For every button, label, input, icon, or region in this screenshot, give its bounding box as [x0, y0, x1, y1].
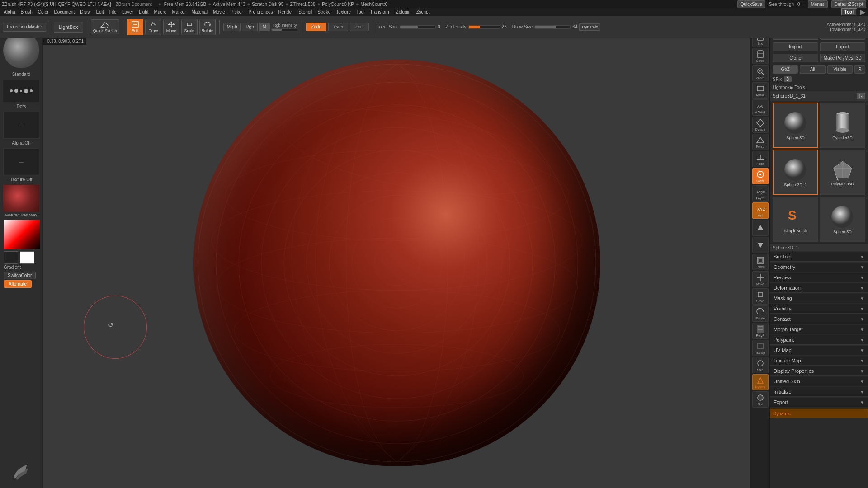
- alpha-preview[interactable]: —: [3, 112, 39, 139]
- persp-icon[interactable]: Persp: [752, 134, 769, 150]
- menu-item-stroke[interactable]: Stroke: [315, 9, 333, 15]
- sphere3d-thumb[interactable]: Sphere3D: [773, 103, 818, 148]
- color-swatch-white[interactable]: [20, 251, 34, 264]
- material-preview[interactable]: [3, 185, 39, 212]
- quicksave-button[interactable]: QuickSave: [737, 0, 765, 8]
- menu-item-preferences[interactable]: Preferences: [246, 9, 276, 15]
- floor-icon[interactable]: Floor: [752, 151, 769, 167]
- menu-item-alpha[interactable]: Alpha: [1, 9, 18, 15]
- move-button[interactable]: Move: [163, 19, 179, 35]
- transp-icon[interactable]: Transp: [752, 340, 769, 356]
- menu-item-macro[interactable]: Macro: [151, 9, 170, 15]
- contact-header[interactable]: Contact ▼: [770, 314, 868, 324]
- zadd-button[interactable]: Zadd: [306, 23, 326, 31]
- dynamic-strip-icon[interactable]: Dynam: [752, 117, 769, 133]
- r-button-goz[interactable]: R: [854, 65, 865, 74]
- menus-button[interactable]: Menus: [808, 0, 828, 8]
- menu-item-draw[interactable]: Draw: [77, 9, 93, 15]
- z-intensity-slider[interactable]: [468, 25, 500, 29]
- m-button[interactable]: M: [259, 23, 270, 31]
- focal-shift-slider[interactable]: [400, 25, 436, 29]
- scale-button[interactable]: Scale: [181, 19, 198, 35]
- goz-button[interactable]: GoZ: [773, 65, 798, 74]
- quick-sketch-button[interactable]: Quick Sketch: [91, 19, 119, 35]
- unified-skin-header[interactable]: Unified Skin ▼: [770, 377, 868, 386]
- menu-item-zscript[interactable]: Zscript: [413, 9, 432, 15]
- canvas-area[interactable]: -0.33, 0.903, 0.271: [43, 38, 750, 488]
- menu-item-brush[interactable]: Brush: [18, 9, 35, 15]
- all-button[interactable]: All: [800, 65, 825, 74]
- visibility-header[interactable]: Visibility ▼: [770, 304, 868, 314]
- cylinder3d-thumb[interactable]: Cylinder3D: [820, 103, 865, 148]
- scale-strip-icon[interactable]: Scale: [752, 288, 769, 305]
- make-polymesh-button[interactable]: Make PolyMesh3D: [820, 54, 866, 62]
- clone-button[interactable]: Clone: [773, 54, 818, 62]
- subtool-header[interactable]: SubTool ▼: [770, 252, 868, 262]
- rgb-intensity-slider[interactable]: [271, 28, 298, 31]
- menu-item-transform[interactable]: Transform: [367, 9, 393, 15]
- polypaint-header[interactable]: Polypaint ▼: [770, 335, 868, 345]
- morph-target-header[interactable]: Morph Target ▼: [770, 325, 868, 334]
- dynamic2-icon[interactable]: Dynam: [752, 374, 769, 390]
- linefill-icon[interactable]: PolyF: [752, 323, 769, 339]
- menu-item-file[interactable]: File: [107, 9, 119, 15]
- simplebrush-thumb[interactable]: S SimpleBrush: [773, 197, 818, 242]
- spix-value[interactable]: 3: [784, 76, 792, 82]
- menu-item-light[interactable]: Light: [136, 9, 151, 15]
- menu-item-document[interactable]: Document: [52, 9, 78, 15]
- menu-item-layer[interactable]: Layer: [119, 9, 136, 15]
- lightbox-tools-row[interactable]: Lightbox▶ Tools: [770, 84, 868, 91]
- projection-master-button[interactable]: Projection Master: [3, 23, 46, 32]
- solo-icon[interactable]: Solo: [752, 357, 769, 373]
- geometry-header[interactable]: Geometry ▼: [770, 263, 868, 272]
- tool-r-button[interactable]: R: [857, 93, 865, 99]
- color-gradient[interactable]: [4, 220, 40, 249]
- sphere3d-2-thumb[interactable]: Sphere3D: [820, 197, 865, 242]
- menu-item-color[interactable]: Color: [35, 9, 52, 15]
- icon-up-arrow[interactable]: [752, 220, 769, 236]
- initialize-header[interactable]: Initialize ▼: [770, 387, 868, 397]
- rotate-strip-icon[interactable]: Rotate: [752, 305, 769, 322]
- menu-item-movie[interactable]: Movie: [210, 9, 228, 15]
- zcut-button[interactable]: Zcut: [350, 23, 368, 31]
- xyz-icon[interactable]: XYZ Xyz: [752, 202, 769, 219]
- move-strip-icon[interactable]: Move: [752, 271, 769, 287]
- rgb-button[interactable]: Rgb: [242, 23, 257, 31]
- menu-item-marker[interactable]: Marker: [169, 9, 189, 15]
- aahalf-icon[interactable]: AA AAHalf: [752, 99, 769, 116]
- polymesh3d-thumb[interactable]: ★ PolyMesh3D: [820, 150, 865, 195]
- zsub-button[interactable]: Zsub: [328, 23, 348, 31]
- uv-map-header[interactable]: UV Map ▼: [770, 346, 868, 355]
- mrgb-button[interactable]: Mrgb: [223, 23, 241, 31]
- menu-item-material[interactable]: Material: [189, 9, 211, 15]
- dynamic-bottom-strip[interactable]: Dynamic: [770, 409, 868, 418]
- masking-header[interactable]: Masking ▼: [770, 294, 868, 303]
- dots-preview[interactable]: [3, 80, 39, 102]
- laym-icon[interactable]: LΛym LAym: [752, 185, 769, 202]
- preview-header[interactable]: Preview ▼: [770, 273, 868, 282]
- display-properties-header[interactable]: Display Properties ▼: [770, 366, 868, 376]
- alternate-button[interactable]: Alternate: [4, 280, 32, 288]
- import-button[interactable]: Import: [773, 42, 818, 51]
- sphere3d-1-thumb[interactable]: Sphere3D_1: [773, 150, 818, 195]
- rotate-button[interactable]: Rotate: [199, 19, 216, 35]
- draw-size-slider[interactable]: [534, 25, 571, 29]
- icon-down-arrow[interactable]: [752, 237, 769, 253]
- default-zscript-button[interactable]: DefaultZScript: [831, 0, 866, 8]
- menu-item-picker[interactable]: Picker: [228, 9, 246, 15]
- edit-button[interactable]: Edit: [127, 19, 143, 35]
- dynamic-button[interactable]: Dynamic: [579, 23, 600, 31]
- zoom-icon[interactable]: Zoom: [752, 65, 769, 81]
- texture-map-header[interactable]: Texture Map ▼: [770, 356, 868, 366]
- deformation-header[interactable]: Deformation ▼: [770, 283, 868, 293]
- menu-item-stencil[interactable]: Stencil: [296, 9, 315, 15]
- export-header[interactable]: Export ▼: [770, 398, 868, 407]
- sol2-icon[interactable]: Sol: [752, 391, 769, 408]
- panel-expand-icon[interactable]: ▶: [858, 8, 867, 16]
- menu-item-tool[interactable]: Tool: [354, 9, 367, 15]
- export-button[interactable]: Export: [820, 42, 866, 51]
- draw-button[interactable]: Draw: [145, 19, 161, 35]
- tool-menu-button[interactable]: Tool: [841, 8, 857, 16]
- color-swatch-black[interactable]: [4, 251, 18, 264]
- switch-color-button[interactable]: SwitchColor: [4, 272, 36, 279]
